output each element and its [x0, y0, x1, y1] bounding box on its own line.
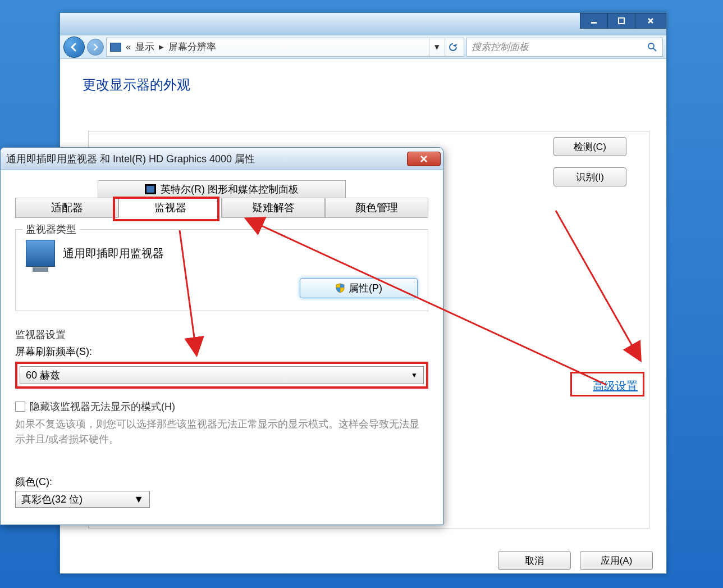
apply-button[interactable]: 应用(A): [580, 551, 653, 570]
control-panel-body: 更改显示器的外观 检测(C) 识别(I) 高级设置 取消 应用(A): [60, 59, 666, 127]
window-titlebar: [60, 13, 666, 35]
refresh-rate-combo[interactable]: 60 赫兹 ▼: [20, 366, 424, 384]
tab-intel-label: 英特尔(R) 图形和媒体控制面板: [161, 183, 299, 196]
breadcrumb-display[interactable]: 显示: [135, 40, 154, 53]
tab-intel-graphics[interactable]: 英特尔(R) 图形和媒体控制面板: [98, 180, 346, 198]
address-bar-row: « 显示 ▸ 屏幕分辨率 ▾ 搜索控制面板: [60, 35, 666, 59]
monitor-properties-dialog: 通用即插即用监视器 和 Intel(R) HD Graphics 4000 属性…: [0, 147, 443, 525]
svg-rect-1: [619, 18, 624, 24]
refresh-rate-label: 屏幕刷新频率(S):: [15, 345, 428, 358]
page-title: 更改显示器的外观: [83, 76, 644, 94]
identify-button[interactable]: 识别(I): [553, 167, 626, 186]
dialog-title: 通用即插即用监视器 和 Intel(R) HD Graphics 4000 属性: [6, 152, 255, 166]
monitor-properties-button[interactable]: 属性(P): [300, 278, 418, 298]
monitor-type-legend: 监视器类型: [22, 222, 80, 236]
tab-adapter[interactable]: 适配器: [15, 198, 118, 218]
refresh-rate-value: 60 赫兹: [26, 368, 60, 382]
monitor-name: 通用即插即用监视器: [63, 246, 164, 261]
properties-button-label: 属性(P): [349, 281, 382, 295]
search-input[interactable]: 搜索控制面板: [466, 38, 663, 57]
search-placeholder: 搜索控制面板: [472, 40, 529, 53]
refresh-rate-highlight: 60 赫兹 ▼: [15, 362, 428, 389]
nav-back-button[interactable]: [63, 37, 85, 58]
monitor-icon: [110, 43, 121, 52]
tab-troubleshoot[interactable]: 疑难解答: [222, 198, 325, 218]
svg-point-2: [648, 43, 654, 49]
maximize-button[interactable]: [607, 13, 635, 29]
hide-modes-label: 隐藏该监视器无法显示的模式(H): [30, 400, 175, 413]
address-dropdown-button[interactable]: ▾: [429, 38, 445, 56]
search-icon: [647, 42, 658, 53]
color-combo[interactable]: 真彩色(32 位) ▼: [15, 491, 150, 508]
dialog-body: 英特尔(R) 图形和媒体控制面板 适配器 监视器 疑难解答 颜色管理 监视器类型…: [1, 170, 443, 525]
dialog-close-button[interactable]: [407, 152, 441, 166]
monitor-type-group: 监视器类型 通用即插即用监视器 属性(P): [15, 229, 428, 311]
hide-modes-hint: 如果不复选该项，则您可以选择那些该监视器无法正常显示的显示模式。这样会导致无法显…: [15, 417, 428, 447]
shield-icon: [335, 283, 345, 293]
tab-monitor[interactable]: 监视器: [118, 198, 222, 218]
intel-icon: [145, 184, 156, 194]
monitor-settings-legend: 监视器设置: [15, 328, 428, 341]
svg-line-3: [653, 48, 656, 51]
breadcrumb-separator: ▸: [159, 41, 164, 53]
hide-modes-row: 隐藏该监视器无法显示的模式(H): [15, 400, 428, 413]
tabs-row: 适配器 监视器 疑难解答 颜色管理: [15, 198, 428, 218]
svg-rect-0: [591, 22, 597, 24]
nav-forward-button[interactable]: [87, 39, 104, 56]
chevron-down-icon: ▼: [411, 371, 418, 379]
color-label: 颜色(C):: [15, 475, 428, 489]
tab-color-management[interactable]: 颜色管理: [325, 198, 428, 218]
dialog-titlebar[interactable]: 通用即插即用监视器 和 Intel(R) HD Graphics 4000 属性: [1, 148, 443, 170]
breadcrumb-resolution[interactable]: 屏幕分辨率: [168, 40, 216, 53]
refresh-button[interactable]: [445, 38, 460, 56]
address-bar[interactable]: « 显示 ▸ 屏幕分辨率 ▾: [106, 38, 464, 57]
color-value: 真彩色(32 位): [21, 493, 83, 506]
chevron-down-icon: ▼: [134, 494, 144, 505]
cancel-button[interactable]: 取消: [498, 551, 571, 570]
advanced-settings-link[interactable]: 高级设置: [593, 379, 638, 394]
detect-button[interactable]: 检测(C): [553, 137, 626, 156]
breadcrumb-prefix: «: [126, 42, 131, 53]
minimize-button[interactable]: [580, 13, 608, 29]
close-button[interactable]: [635, 13, 666, 29]
hide-modes-checkbox[interactable]: [15, 402, 25, 412]
monitor-device-icon: [26, 240, 55, 267]
